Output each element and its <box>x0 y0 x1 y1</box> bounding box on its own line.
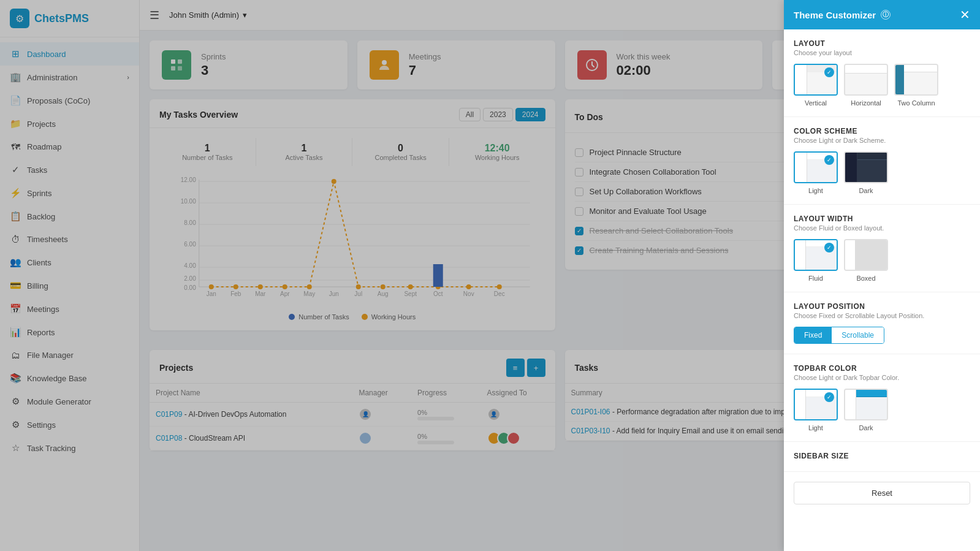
preview-outer <box>855 240 887 270</box>
topbarcolor-subtitle: Choose Light or Dark Topbar Color. <box>794 374 970 381</box>
twocol-preview <box>894 64 938 96</box>
horizontal-preview <box>844 64 888 96</box>
layout-title: LAYOUT <box>794 39 970 48</box>
preview-topbar <box>857 153 887 160</box>
fluid-label: Fluid <box>808 275 823 282</box>
topbarcolor-title: TOPBAR COLOR <box>794 364 970 373</box>
theme-customizer-panel: Theme Customizer ⓘ ✕ LAYOUT Choose your … <box>784 0 980 551</box>
preview-body <box>904 72 937 94</box>
scrollable-btn[interactable]: Scrollable <box>832 327 884 343</box>
preview-topbar <box>856 390 887 397</box>
preview-sidebar <box>795 390 806 419</box>
vertical-label: Vertical <box>805 99 827 107</box>
preview-sidebar <box>795 65 807 94</box>
preview-sidebar <box>895 65 904 94</box>
theme-sidebarsize-section: SIDEBAR SIZE <box>784 442 980 472</box>
reset-button[interactable]: Reset <box>794 482 970 504</box>
layout-option-horizontal[interactable]: Horizontal <box>844 64 888 107</box>
sidebarsize-title: SIDEBAR SIZE <box>794 452 970 460</box>
preview-body <box>856 397 887 419</box>
preview-body <box>857 160 887 182</box>
selected-check: ✓ <box>824 392 834 402</box>
preview-sidebar <box>845 153 857 182</box>
layout-subtitle: Choose your layout <box>794 49 970 56</box>
layout-option-vertical[interactable]: ✓ Vertical <box>794 64 838 107</box>
topbar-light-preview: ✓ <box>794 389 838 420</box>
layoutwidth-boxed[interactable]: Boxed <box>844 239 888 282</box>
topbarcolor-light[interactable]: ✓ Light <box>794 389 838 431</box>
theme-panel-title: Theme Customizer ⓘ <box>794 10 891 20</box>
preview-sidebar <box>795 240 806 270</box>
layoutposition-title: LAYOUT POSITION <box>794 302 970 311</box>
topbarcolor-dark[interactable]: Dark <box>844 389 888 431</box>
layoutwidth-fluid[interactable]: ✓ Fluid <box>794 239 838 282</box>
colorscheme-title: COLOR SCHEME <box>794 127 970 135</box>
fixed-btn[interactable]: Fixed <box>794 327 832 343</box>
boxed-label: Boxed <box>856 275 875 282</box>
layoutwidth-subtitle: Choose Fluid or Boxed layout. <box>794 224 970 232</box>
preview-body <box>845 74 887 94</box>
colorscheme-options: ✓ Light Dark <box>794 151 970 194</box>
layoutwidth-options: ✓ Fluid Boxed <box>794 239 970 282</box>
horizontal-label: Horizontal <box>851 99 881 107</box>
vertical-preview: ✓ <box>794 64 838 96</box>
theme-layoutposition-section: LAYOUT POSITION Choose Fixed or Scrollab… <box>784 292 980 354</box>
theme-customizer-label: Theme Customizer <box>794 10 876 20</box>
preview-sidebar <box>845 390 856 419</box>
topbar-dark-label: Dark <box>859 424 873 431</box>
theme-layout-section: LAYOUT Choose your layout ✓ Vertical Hor… <box>784 29 980 117</box>
layoutposition-subtitle: Choose Fixed or Scrollable Layout Positi… <box>794 312 970 319</box>
light-scheme-label: Light <box>808 187 823 194</box>
preview-topbar <box>904 65 937 72</box>
colorscheme-dark[interactable]: Dark <box>844 151 888 194</box>
selected-check: ✓ <box>824 67 834 77</box>
dark-scheme-label: Dark <box>859 187 873 194</box>
topbarcolor-options: ✓ Light Dark <box>794 389 970 431</box>
colorscheme-light[interactable]: ✓ Light <box>794 151 838 194</box>
layout-options: ✓ Vertical Horizontal Two Column <box>794 64 970 107</box>
layoutposition-toggle: Fixed Scrollable <box>794 327 884 344</box>
twocol-label: Two Column <box>897 99 935 107</box>
selected-check: ✓ <box>824 155 834 165</box>
theme-panel-header: Theme Customizer ⓘ ✕ <box>784 0 980 29</box>
layoutwidth-title: LAYOUT WIDTH <box>794 215 970 223</box>
colorscheme-subtitle: Choose Light or Dark Scheme. <box>794 137 970 144</box>
topbar-dark-preview <box>844 389 888 420</box>
fluid-preview: ✓ <box>794 239 838 271</box>
light-scheme-preview: ✓ <box>794 151 838 183</box>
layout-option-twocolumn[interactable]: Two Column <box>894 64 938 107</box>
preview-sidebar <box>795 153 807 182</box>
theme-topbarcolor-section: TOPBAR COLOR Choose Light or Dark Topbar… <box>784 354 980 442</box>
theme-layoutwidth-section: LAYOUT WIDTH Choose Fluid or Boxed layou… <box>784 205 980 292</box>
topbar-light-label: Light <box>808 424 823 431</box>
preview-topbar <box>845 65 887 74</box>
boxed-preview <box>844 239 888 271</box>
selected-check: ✓ <box>824 243 834 253</box>
theme-close-button[interactable]: ✕ <box>960 9 970 21</box>
dark-scheme-preview <box>844 151 888 183</box>
theme-colorscheme-section: COLOR SCHEME Choose Light or Dark Scheme… <box>784 117 980 205</box>
theme-info-icon[interactable]: ⓘ <box>881 10 891 20</box>
